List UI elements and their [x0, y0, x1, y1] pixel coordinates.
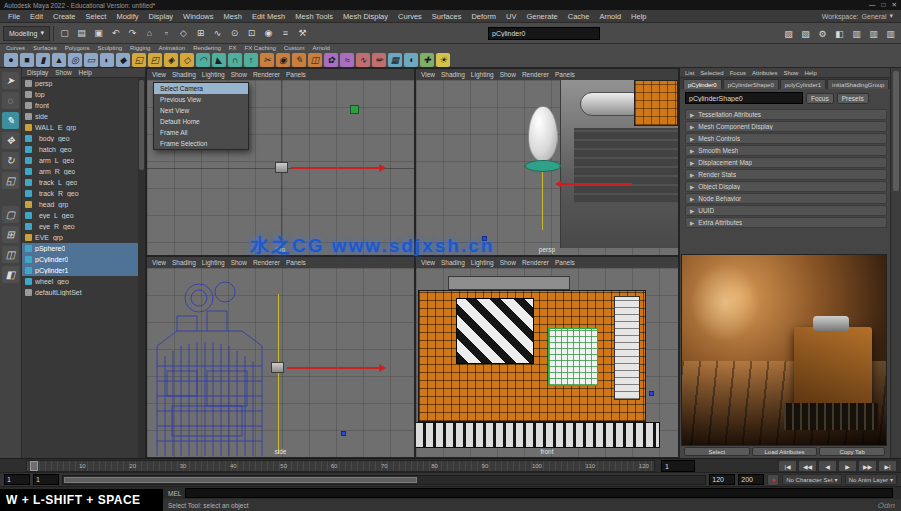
- extrude-icon[interactable]: ↑: [244, 53, 258, 67]
- viewport-menu-item[interactable]: Show: [229, 71, 249, 78]
- wireframe-model[interactable]: [147, 276, 282, 457]
- menu-item[interactable]: Display: [145, 12, 178, 21]
- view-menu-item[interactable]: Next View: [154, 105, 248, 116]
- outliner-item[interactable]: pCylinder1: [22, 265, 145, 276]
- menu-item[interactable]: Deform: [467, 12, 500, 21]
- outliner-item[interactable]: persp: [22, 78, 145, 89]
- anim-layer-dropdown[interactable]: No Anim Layer▾: [845, 474, 897, 485]
- viewport-canvas[interactable]: side: [147, 268, 414, 457]
- focus-button[interactable]: Focus: [806, 93, 834, 104]
- bevel-icon[interactable]: ◣: [212, 53, 226, 67]
- viewport-menu-item[interactable]: Show: [229, 259, 249, 266]
- eve-model[interactable]: [528, 106, 558, 162]
- multi-cut-icon[interactable]: ✂: [260, 53, 274, 67]
- shelf-tab[interactable]: Sculpting: [97, 45, 122, 51]
- layout-single-pane-icon[interactable]: ▢: [2, 206, 19, 223]
- select-object-icon[interactable]: ▫: [159, 26, 174, 41]
- outliner-item[interactable]: WALL_E_grp: [22, 122, 145, 133]
- viewport-menu-item[interactable]: Show: [498, 71, 518, 78]
- channel-box-toggle-icon[interactable]: ▥: [883, 26, 898, 41]
- menu-item[interactable]: Mesh: [220, 12, 246, 21]
- menu-item[interactable]: Modify: [112, 12, 142, 21]
- menu-item[interactable]: Mesh Display: [339, 12, 392, 21]
- attribute-editor-menu-item[interactable]: Focus: [730, 70, 746, 76]
- shelf-tab[interactable]: FX: [229, 45, 237, 51]
- attribute-editor-menu-item[interactable]: Attributes: [752, 70, 777, 76]
- outliner-item[interactable]: track_R_geo: [22, 188, 145, 199]
- shelf-tab[interactable]: Custom: [284, 45, 305, 51]
- hypershade-icon[interactable]: ◧: [832, 26, 847, 41]
- menu-item[interactable]: Cache: [564, 12, 594, 21]
- playback-button[interactable]: ▶|: [878, 460, 897, 472]
- redo-icon[interactable]: ↷: [125, 26, 140, 41]
- outliner-item[interactable]: front: [22, 100, 145, 111]
- menu-item[interactable]: Create: [49, 12, 80, 21]
- attribute-editor-menu-item[interactable]: Show: [783, 70, 798, 76]
- viewport-menu-item[interactable]: Panels: [553, 71, 577, 78]
- viewport-menu-item[interactable]: Panels: [284, 259, 308, 266]
- uv-editor-icon[interactable]: ▦: [388, 53, 402, 67]
- view-menu-item[interactable]: Frame All: [154, 127, 248, 138]
- playback-button[interactable]: ▶▶: [858, 460, 877, 472]
- view-menu-item[interactable]: Frame Selection: [154, 138, 248, 149]
- select-hierarchy-icon[interactable]: ⌂: [142, 26, 157, 41]
- target-weld-icon[interactable]: ◉: [276, 53, 290, 67]
- minimize-button[interactable]: —: [869, 1, 876, 9]
- outliner-menu-item[interactable]: Show: [55, 69, 71, 76]
- attribute-editor-scrollbar[interactable]: [890, 68, 901, 458]
- attribute-section-header[interactable]: ▶ Object Display: [685, 181, 887, 192]
- range-slider-handle[interactable]: [64, 477, 417, 483]
- move-tool[interactable]: ✥: [2, 132, 19, 149]
- shelf-tab[interactable]: Surfaces: [33, 45, 57, 51]
- command-line-input[interactable]: [185, 488, 893, 498]
- snap-point-icon[interactable]: ⊙: [227, 26, 242, 41]
- presets-button[interactable]: Presets: [837, 93, 869, 104]
- combine-icon[interactable]: ◈: [164, 53, 178, 67]
- bridge-icon[interactable]: ∩: [228, 53, 242, 67]
- boolean-union-icon[interactable]: ◱: [132, 53, 146, 67]
- viewport-menu-item[interactable]: Renderer: [251, 71, 282, 78]
- pivot-point[interactable]: [649, 391, 654, 396]
- relax-tool-icon[interactable]: ≈: [340, 53, 354, 67]
- undo-icon[interactable]: ↶: [108, 26, 123, 41]
- ipr-render-icon[interactable]: ▧: [798, 26, 813, 41]
- viewport-canvas[interactable]: front: [416, 268, 678, 457]
- outliner-item[interactable]: top: [22, 89, 145, 100]
- light-icon[interactable]: ☀: [436, 53, 450, 67]
- eve-base[interactable]: [525, 160, 561, 172]
- attribute-section-header[interactable]: ▶ UUID: [685, 205, 887, 216]
- attribute-editor-toggle-icon[interactable]: ▥: [866, 26, 881, 41]
- node-name-input[interactable]: [685, 92, 803, 104]
- layout-four-pane-icon[interactable]: ⊞: [2, 226, 19, 243]
- attribute-section-header[interactable]: ▶ Tessellation Attributes: [685, 109, 887, 120]
- viewport-menu-item[interactable]: View: [419, 259, 437, 266]
- select-component-icon[interactable]: ◇: [176, 26, 191, 41]
- menu-item[interactable]: Surfaces: [428, 12, 466, 21]
- outliner-item[interactable]: body_geo: [22, 133, 145, 144]
- view-menu-item[interactable]: Select Camera: [154, 83, 248, 94]
- walle-wireframe-model[interactable]: [418, 276, 656, 458]
- menu-item[interactable]: Edit Mesh: [248, 12, 289, 21]
- translate-x-manipulator[interactable]: [291, 167, 379, 169]
- scale-tool[interactable]: ◱: [2, 172, 19, 189]
- translate-x-manipulator[interactable]: [562, 183, 632, 185]
- viewport-menu-item[interactable]: Lighting: [469, 71, 496, 78]
- scrollbar-thumb[interactable]: [139, 80, 144, 170]
- attribute-editor-menu-item[interactable]: Help: [804, 70, 816, 76]
- translate-x-manipulator[interactable]: [287, 367, 379, 369]
- boolean-difference-icon[interactable]: ◰: [148, 53, 162, 67]
- menu-item[interactable]: Curves: [394, 12, 426, 21]
- viewport-menu-item[interactable]: Renderer: [251, 259, 282, 266]
- outliner-item[interactable]: eye_R_geo: [22, 221, 145, 232]
- viewport-menu-item[interactable]: Panels: [553, 259, 577, 266]
- viewport-menu-item[interactable]: View: [150, 259, 168, 266]
- time-slider[interactable]: 1102030405060708090100110120: [26, 460, 655, 472]
- viewport-menu-item[interactable]: View: [419, 71, 437, 78]
- render-settings-icon[interactable]: ⚙: [815, 26, 830, 41]
- poly-cylinder-icon[interactable]: ▮: [36, 53, 50, 67]
- auto-key-button[interactable]: ●: [767, 474, 779, 486]
- viewport-menu-item[interactable]: Lighting: [469, 259, 496, 266]
- layout-outliner-persp-icon[interactable]: ◧: [2, 266, 19, 283]
- select-tool[interactable]: ➤: [2, 72, 19, 89]
- viewport-menu-item[interactable]: Shading: [439, 71, 467, 78]
